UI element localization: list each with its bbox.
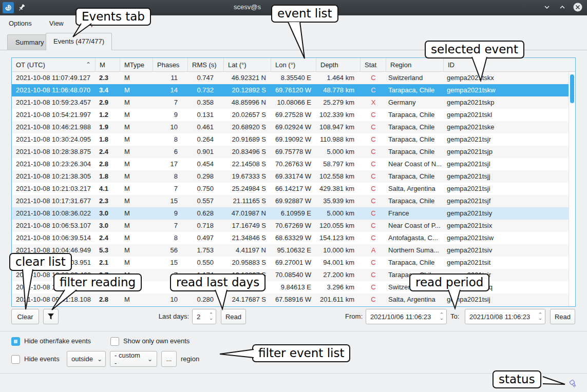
from-datetime-spinbox[interactable]: 2021/10/06 11:06:23 ⌃⌄ bbox=[366, 309, 447, 324]
cell-status: C bbox=[361, 269, 386, 281]
callout-selected-event: selected event bbox=[425, 41, 524, 58]
read-last-days-button[interactable]: Read bbox=[221, 309, 246, 324]
cell-ot: 2021-10-08 10:06:39.514 bbox=[12, 232, 96, 244]
clear-button[interactable]: Clear bbox=[11, 309, 39, 324]
event-row[interactable]: 2021-10-08 10:23:26.304 2.8 M 17 0.454 2… bbox=[12, 158, 569, 170]
cell-mtype: M bbox=[120, 133, 153, 146]
filter-reading-button[interactable] bbox=[43, 309, 59, 324]
region-more-button[interactable]: ... bbox=[161, 351, 177, 367]
cell-status: A bbox=[361, 244, 386, 257]
to-label: To: bbox=[450, 309, 459, 324]
col-header-mtype[interactable]: MType bbox=[120, 58, 153, 72]
chevron-down-icon: ⌄ bbox=[147, 356, 153, 363]
event-row[interactable]: 2021-10-08 10:17:31.677 2.3 M 15 0.557 2… bbox=[12, 195, 569, 207]
cell-phases: 11 bbox=[153, 72, 188, 84]
cell-mtype: M bbox=[120, 72, 153, 84]
region-dropdown[interactable]: - custom - ⌄ bbox=[110, 351, 157, 367]
cell-region: France bbox=[386, 207, 444, 220]
event-row[interactable]: 2021-10-08 10:54:21.997 1.2 M 9 0.131 20… bbox=[12, 109, 569, 121]
cell-magnitude: 2.8 bbox=[96, 158, 120, 170]
cell-region: Near Coast of N... bbox=[386, 158, 444, 170]
cell-depth: 429.381 km bbox=[316, 183, 361, 195]
col-header-depth[interactable]: Depth bbox=[316, 58, 361, 72]
cell-depth: 27.200 km bbox=[316, 269, 361, 281]
connection-status-icon[interactable] bbox=[568, 379, 578, 389]
event-row[interactable]: 2021-10-08 09:41:18.108 2.8 M 10 0.280 2… bbox=[12, 293, 569, 306]
close-button[interactable] bbox=[573, 2, 583, 12]
menu-view[interactable]: View bbox=[41, 17, 72, 30]
window-title: scesv@s bbox=[234, 3, 261, 11]
scope-dropdown[interactable]: outside ⌄ bbox=[67, 351, 106, 367]
cell-region: Near Coast of P... bbox=[386, 220, 444, 232]
spinbox-arrows-icon[interactable]: ⌃⌄ bbox=[437, 313, 446, 320]
cell-magnitude: 1.2 bbox=[96, 109, 120, 121]
col-header-lat[interactable]: Lat (°) bbox=[224, 58, 271, 72]
region-dropdown-value: - custom - bbox=[115, 351, 143, 367]
col-header-id[interactable]: ID bbox=[444, 58, 575, 72]
col-header-ot[interactable]: OT (UTC)⌃ bbox=[12, 58, 96, 72]
cell-status: C bbox=[361, 293, 386, 306]
cell-lat: 24.17687 S bbox=[224, 293, 271, 306]
event-row[interactable]: 2021-10-08 11:06:48.070 3.4 M 14 0.732 2… bbox=[12, 84, 569, 96]
col-header-region[interactable]: Region bbox=[386, 58, 444, 72]
event-row[interactable]: 2021-10-08 10:21:03.217 4.1 M 7 0.750 25… bbox=[12, 183, 569, 195]
cell-magnitude: 5.3 bbox=[96, 244, 120, 257]
event-row[interactable]: 2021-10-08 10:59:23.457 2.9 M 7 0.358 48… bbox=[12, 96, 569, 109]
col-header-m[interactable]: M bbox=[96, 58, 120, 72]
col-header-stat[interactable]: Stat bbox=[361, 58, 386, 72]
minimize-button[interactable] bbox=[542, 2, 552, 12]
event-row[interactable]: 2021-10-08 10:04:03.951 2.1 M 15 0.550 2… bbox=[12, 257, 569, 269]
cell-lon: 69.75778 W bbox=[271, 146, 316, 158]
cell-magnitude: 1.8 bbox=[96, 170, 120, 183]
event-row[interactable]: 2021-10-08 10:30:24.095 1.8 M 8 0.264 20… bbox=[12, 133, 569, 146]
cell-depth: 120.055 km bbox=[316, 220, 361, 232]
pin-icon[interactable] bbox=[17, 3, 26, 12]
cell-event-id: gempa2021tskx bbox=[444, 72, 569, 84]
col-header-lon[interactable]: Lon (°) bbox=[271, 58, 316, 72]
cell-lat: 20.68920 S bbox=[224, 121, 271, 133]
scrollbar-thumb[interactable] bbox=[570, 74, 574, 103]
spinbox-arrows-icon[interactable]: ⌃⌄ bbox=[536, 313, 545, 320]
show-only-own-checkbox[interactable] bbox=[110, 337, 119, 346]
hide-other-fake-label: Hide other/fake events bbox=[24, 334, 91, 349]
callout-status: status bbox=[493, 370, 541, 388]
event-row[interactable]: 2021-10-08 11:07:49.127 2.3 M 11 0.747 4… bbox=[12, 72, 569, 84]
hide-events-checkbox[interactable] bbox=[11, 355, 20, 364]
cell-ot: 2021-10-08 10:21:03.217 bbox=[12, 183, 96, 195]
vertical-scrollbar[interactable] bbox=[569, 72, 575, 306]
app-logo-icon[interactable] bbox=[3, 2, 14, 13]
cell-mtype: M bbox=[120, 244, 153, 257]
callout-filter-event-list: filter event list bbox=[252, 344, 350, 362]
cell-event-id: gempa2021tsji bbox=[444, 183, 569, 195]
cell-lon: 69.33174 W bbox=[271, 170, 316, 183]
col-header-rms[interactable]: RMS (s) bbox=[188, 58, 224, 72]
cell-phases: 8 bbox=[153, 232, 188, 244]
read-period-button[interactable]: Read bbox=[550, 309, 575, 324]
event-row[interactable]: 2021-10-08 10:46:21.988 1.9 M 10 0.461 2… bbox=[12, 121, 569, 133]
event-row[interactable]: 2021-10-08 10:06:39.514 2.4 M 8 0.497 21… bbox=[12, 232, 569, 244]
event-row[interactable]: 2021-10-08 10:21:38.305 1.8 M 8 0.298 19… bbox=[12, 170, 569, 183]
cell-status: C bbox=[361, 220, 386, 232]
cell-status: C bbox=[361, 195, 386, 207]
col-header-phases[interactable]: Phases bbox=[153, 58, 188, 72]
event-row[interactable]: 2021-10-08 10:04:46.949 5.3 M 56 1.753 4… bbox=[12, 244, 569, 257]
maximize-button[interactable] bbox=[557, 2, 567, 12]
cell-region: Tarapaca, Chile bbox=[386, 121, 444, 133]
cell-phases: 9 bbox=[153, 207, 188, 220]
to-datetime-spinbox[interactable]: 2021/10/08 11:06:23 ⌃⌄ bbox=[465, 309, 545, 324]
event-row[interactable]: 2021-10-08 10:06:53.107 3.0 M 7 0.718 17… bbox=[12, 220, 569, 232]
cell-region: Tarapaca, Chile bbox=[386, 195, 444, 207]
menu-options[interactable]: Options bbox=[0, 17, 41, 30]
event-row[interactable]: 2021-10-08 10:08:36.022 3.0 M 9 0.628 47… bbox=[12, 207, 569, 220]
last-days-spinbox[interactable]: 2 ⌃⌄ bbox=[192, 309, 216, 324]
hide-other-fake-checkbox[interactable] bbox=[11, 337, 20, 346]
cell-lat: 20.83496 S bbox=[224, 146, 271, 158]
cell-event-id: gempa2021tskw bbox=[444, 84, 569, 96]
tab-events[interactable]: Events (477/477) bbox=[46, 33, 112, 50]
cell-status: C bbox=[361, 133, 386, 146]
event-row[interactable]: 2021-10-08 10:28:38.875 2.4 M 6 0.901 20… bbox=[12, 146, 569, 158]
cell-mtype: M bbox=[120, 96, 153, 109]
cell-magnitude: 2.4 bbox=[96, 232, 120, 244]
spinbox-arrows-icon[interactable]: ⌃⌄ bbox=[206, 313, 216, 320]
cell-status: C bbox=[361, 170, 386, 183]
